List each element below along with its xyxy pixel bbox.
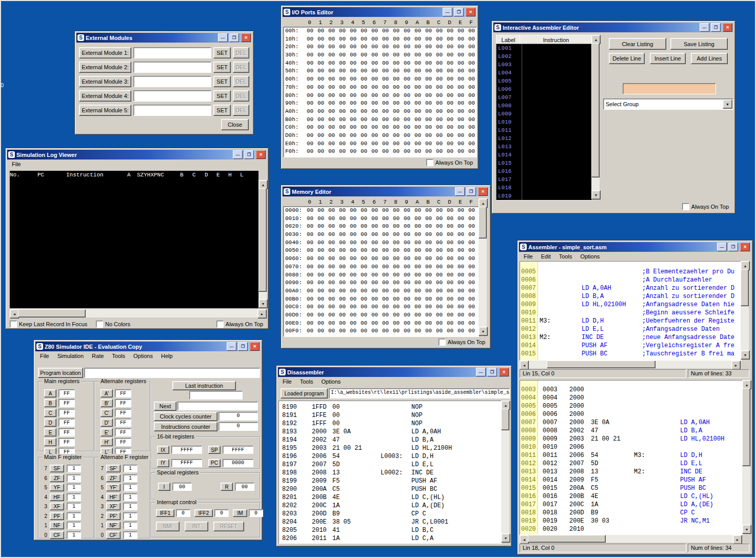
hex-byte-cell[interactable]: 00	[445, 148, 455, 156]
im-button[interactable]: IM	[233, 509, 247, 517]
menu-item-options[interactable]: Options	[129, 352, 157, 361]
hex-byte-cell[interactable]: 00	[359, 84, 369, 92]
hex-byte-cell[interactable]: 00	[423, 35, 434, 44]
hex-byte-cell[interactable]: 00	[315, 295, 326, 304]
set-button[interactable]: SET	[213, 90, 231, 102]
hex-byte-cell[interactable]: 00	[369, 124, 380, 132]
hex-byte-cell[interactable]: 00	[337, 43, 348, 51]
hex-byte-cell[interactable]: 00	[359, 255, 369, 263]
hex-byte-cell[interactable]: 00	[348, 311, 359, 320]
hex-byte-cell[interactable]: 00	[402, 271, 412, 280]
hex-byte-cell[interactable]: 00	[359, 271, 369, 280]
hex-byte-cell[interactable]: 00	[445, 327, 455, 335]
hex-byte-cell[interactable]: 00	[315, 116, 326, 124]
hex-byte-cell[interactable]: 00	[391, 279, 402, 287]
hex-byte-cell[interactable]: 00	[445, 116, 455, 124]
hex-byte-cell[interactable]: 00	[380, 279, 391, 287]
line-label[interactable]: L005	[496, 77, 522, 85]
menu-item-file[interactable]: File	[36, 352, 53, 361]
hex-byte-cell[interactable]: 00	[434, 303, 445, 311]
hex-byte-cell[interactable]: 00	[348, 287, 359, 295]
clock-cycles-value[interactable]: 0	[218, 412, 258, 421]
hex-byte-cell[interactable]: 00	[466, 99, 477, 108]
hex-byte-cell[interactable]: 00	[380, 207, 391, 215]
hex-byte-cell[interactable]: 00	[337, 27, 348, 35]
hex-byte-cell[interactable]: 00	[402, 311, 412, 320]
log-table-body[interactable]	[10, 180, 258, 308]
flag-yfp-button[interactable]: YF'	[106, 484, 121, 491]
hex-byte-cell[interactable]: 00	[466, 247, 477, 255]
checkbox-box[interactable]	[96, 321, 103, 328]
iff2-button[interactable]: IFF2	[194, 509, 213, 517]
hex-byte-cell[interactable]: 00	[423, 207, 434, 215]
hex-byte-cell[interactable]: 00	[359, 59, 369, 68]
flag-pfp-value[interactable]: 1	[123, 512, 137, 520]
hex-byte-cell[interactable]: 00	[412, 320, 423, 328]
line-instruction[interactable]	[522, 110, 592, 118]
register-hp-button[interactable]: H'	[101, 438, 113, 446]
hex-byte-cell[interactable]: 00	[423, 116, 434, 124]
titlebar[interactable]: SInteractive Assembler Editor—❐✕	[493, 23, 733, 32]
hex-byte-cell[interactable]: 00	[348, 247, 359, 255]
hex-byte-cell[interactable]: 00	[455, 116, 466, 124]
hex-byte-cell[interactable]: 00	[305, 51, 315, 59]
module-path-input[interactable]	[133, 105, 211, 116]
hex-byte-cell[interactable]: 00	[305, 279, 315, 287]
hex-byte-cell[interactable]: 00	[423, 75, 434, 84]
flag-pfp-button[interactable]: PF'	[106, 512, 121, 520]
hex-byte-cell[interactable]: 00	[434, 51, 445, 59]
hex-byte-cell[interactable]: 00	[455, 295, 466, 304]
hex-byte-cell[interactable]: 00	[369, 271, 380, 280]
close-button[interactable]: ✕	[256, 150, 266, 159]
scroll-thumb[interactable]	[501, 409, 509, 430]
hex-byte-cell[interactable]: 00	[391, 247, 402, 255]
hex-byte-cell[interactable]: 00	[423, 92, 434, 100]
hex-byte-cell[interactable]: 00	[315, 231, 326, 239]
hex-byte-cell[interactable]: 00	[348, 59, 359, 68]
hex-byte-cell[interactable]: 00	[423, 124, 434, 132]
hex-byte-cell[interactable]: 00	[305, 108, 315, 116]
flag-cfp-value[interactable]: 1	[123, 531, 137, 539]
register-i-value[interactable]: 00	[172, 483, 192, 491]
maximize-button[interactable]: ❐	[454, 8, 464, 16]
hex-byte-cell[interactable]: 00	[445, 320, 455, 328]
hex-byte-cell[interactable]: 00	[337, 239, 348, 247]
hex-byte-cell[interactable]: 00	[455, 239, 466, 247]
hex-byte-cell[interactable]: 00	[402, 51, 412, 59]
hex-byte-cell[interactable]: 00	[305, 255, 315, 263]
del-button[interactable]: DEL	[233, 62, 249, 73]
hex-byte-cell[interactable]: 00	[337, 311, 348, 320]
hex-byte-cell[interactable]: 00	[455, 327, 466, 335]
instructions-counter-value[interactable]: 0	[218, 422, 258, 431]
clock-cycles-counter-button[interactable]: Clock cycles counter	[154, 412, 217, 421]
hex-byte-cell[interactable]: 00	[391, 295, 402, 304]
delete-line-button[interactable]: Delete Line	[609, 53, 645, 64]
hex-byte-cell[interactable]: 00	[326, 67, 337, 75]
register-h-value[interactable]: FF	[58, 438, 75, 446]
flag-hfp-value[interactable]: 1	[123, 493, 137, 501]
hex-byte-cell[interactable]: 00	[359, 27, 369, 35]
hex-byte-cell[interactable]: 00	[434, 287, 445, 295]
line-label[interactable]: L008	[496, 102, 522, 110]
hex-byte-cell[interactable]: 00	[348, 108, 359, 116]
close-button[interactable]: ✕	[740, 243, 750, 251]
line-label[interactable]: L007	[496, 93, 522, 102]
hex-byte-cell[interactable]: 00	[380, 75, 391, 84]
hex-byte-cell[interactable]: 00	[305, 84, 315, 92]
flag-xf-value[interactable]: 1	[67, 503, 81, 510]
line-instruction[interactable]	[522, 175, 592, 184]
hex-byte-cell[interactable]: 00	[455, 263, 466, 271]
hex-byte-cell[interactable]: 00	[455, 67, 466, 75]
maximize-button[interactable]: ❐	[244, 150, 254, 159]
hex-byte-cell[interactable]: 00	[402, 108, 412, 116]
hex-byte-cell[interactable]: 00	[402, 247, 412, 255]
hex-byte-cell[interactable]: 00	[466, 279, 477, 287]
hex-byte-cell[interactable]: 00	[455, 279, 466, 287]
menu-item-tools[interactable]: Tools	[296, 377, 317, 386]
checkbox-box[interactable]	[682, 203, 689, 210]
del-button[interactable]: DEL	[233, 105, 249, 116]
hex-byte-cell[interactable]: 00	[326, 43, 337, 51]
hex-byte-cell[interactable]: 00	[305, 99, 315, 108]
hex-byte-cell[interactable]: 00	[466, 287, 477, 295]
hex-byte-cell[interactable]: 00	[434, 132, 445, 140]
